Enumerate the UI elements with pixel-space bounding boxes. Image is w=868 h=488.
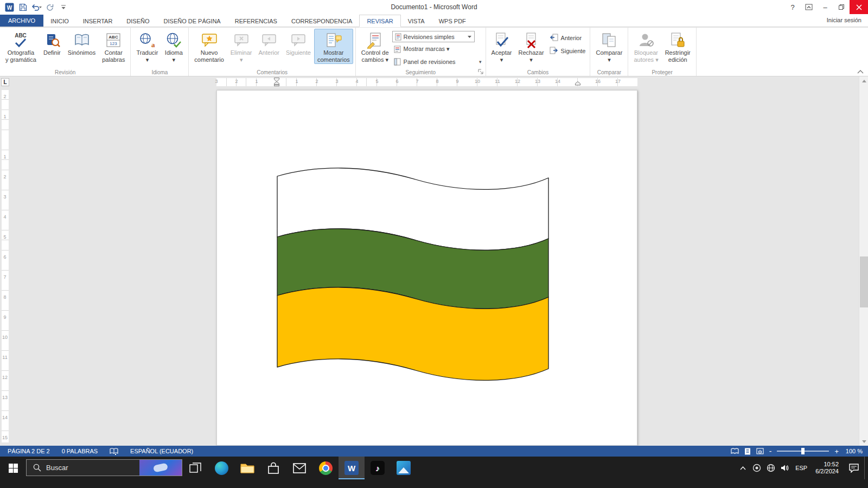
web-layout-button[interactable] <box>756 448 764 454</box>
ruler-number: 5 <box>3 234 6 240</box>
photos-button[interactable] <box>391 457 417 479</box>
show-comments-button[interactable]: Mostrar comentarios <box>314 29 353 64</box>
show-desktop-button[interactable] <box>864 457 867 479</box>
translate-button[interactable]: a Traducir ▾ <box>133 29 161 64</box>
start-button[interactable] <box>0 457 26 479</box>
group-cambios: Aceptar ▾ Rechazar ▾ Anterior Siguiente … <box>486 28 591 76</box>
ribbon-display-options-button[interactable] <box>801 0 817 14</box>
thesaurus-button[interactable]: Sinónimos <box>65 29 99 57</box>
group-label: Proteger <box>628 69 695 75</box>
word-count-indicator[interactable]: 0 PALABRAS <box>62 448 98 454</box>
tray-app-button[interactable] <box>750 457 764 479</box>
zoom-slider-thumb[interactable] <box>801 448 805 454</box>
tab-archivo[interactable]: ARCHIVO <box>0 15 43 27</box>
delete-comment-button[interactable]: Eliminar ▾ <box>227 29 256 64</box>
store-button[interactable] <box>260 457 286 479</box>
scroll-down-button[interactable] <box>859 437 868 446</box>
tiktok-button[interactable]: ♪ <box>365 457 391 479</box>
hidden-icons-button[interactable] <box>736 457 750 479</box>
search-highlight-tile[interactable] <box>139 460 182 476</box>
read-mode-button[interactable] <box>731 448 739 454</box>
left-indent-marker[interactable] <box>274 81 279 86</box>
wave-flag-drawing[interactable] <box>277 165 549 386</box>
next-comment-button[interactable]: Siguiente <box>283 29 314 57</box>
tab-revisar[interactable]: REVISAR <box>359 15 400 27</box>
tab-vista[interactable]: VISTA <box>401 15 432 27</box>
taskbar-clock[interactable]: 10:52 6/2/2024 <box>810 461 844 475</box>
tab-inicio[interactable]: INICIO <box>43 15 76 27</box>
proofing-status-icon[interactable] <box>110 448 118 455</box>
group-label: Comentarios <box>189 69 355 75</box>
previous-change-button[interactable]: Anterior <box>547 32 588 43</box>
new-comment-button[interactable]: Nuevo comentario <box>191 29 227 64</box>
network-button[interactable] <box>764 457 778 479</box>
scrollbar-thumb[interactable] <box>860 256 868 307</box>
redo-button[interactable] <box>44 1 56 13</box>
mail-button[interactable] <box>286 457 312 479</box>
volume-button[interactable] <box>778 457 792 479</box>
tab-wps-pdf[interactable]: WPS PDF <box>432 15 473 27</box>
ruler-number: 9 <box>3 314 6 320</box>
print-layout-button[interactable] <box>744 448 751 455</box>
collapse-ribbon-button[interactable] <box>857 70 864 74</box>
show-markup-button[interactable]: Mostrar marcas ▾ <box>392 43 483 55</box>
zoom-level[interactable]: 100 % <box>844 448 863 454</box>
chrome-button[interactable] <box>312 457 339 479</box>
tab-correspondencia[interactable]: CORRESPONDENCIA <box>284 15 359 27</box>
group-label: Revisión <box>0 69 130 75</box>
block-authors-button[interactable]: Bloquear autores ▾ <box>630 29 661 64</box>
reject-change-button[interactable]: Rechazar ▾ <box>515 29 547 64</box>
button-label: Sinónimos <box>68 49 95 56</box>
undo-button[interactable] <box>30 1 42 13</box>
previous-comment-button[interactable]: Anterior <box>256 29 283 57</box>
ribbon-revisar: ABC Ortografía y gramática Definir Sinón… <box>0 28 868 76</box>
next-change-button[interactable]: Siguiente <box>547 45 588 56</box>
compare-button[interactable]: Comparar ▾ <box>592 29 626 64</box>
edge-browser-button[interactable] <box>208 457 234 479</box>
language-indicator[interactable]: ESPAÑOL (ECUADOR) <box>130 448 193 454</box>
help-button[interactable]: ? <box>784 0 801 14</box>
tab-referencias[interactable]: REFERENCIAS <box>228 15 284 27</box>
taskbar-search-box[interactable]: Buscar <box>26 459 182 476</box>
sign-in-link[interactable]: Iniciar sesión <box>827 17 868 26</box>
minimize-button[interactable]: – <box>817 0 833 14</box>
restrict-editing-button[interactable]: Restringir edición <box>662 29 694 64</box>
zoom-in-button[interactable]: + <box>834 447 839 455</box>
language-button[interactable]: Idioma ▾ <box>161 29 186 64</box>
button-label: Aceptar ▾ <box>492 49 512 63</box>
action-center-button[interactable] <box>844 457 864 479</box>
scroll-up-button[interactable] <box>859 76 868 85</box>
svg-text:123: 123 <box>110 41 118 46</box>
tab-dise-o[interactable]: DISEÑO <box>119 15 156 27</box>
task-view-button[interactable] <box>182 457 208 479</box>
vertical-scrollbar[interactable] <box>859 76 868 446</box>
tab-dise-o-de-p-gina[interactable]: DISEÑO DE PÁGINA <box>157 15 228 27</box>
tab-insertar[interactable]: INSERTAR <box>76 15 120 27</box>
display-for-review-combobox[interactable]: Revisiones simples <box>392 31 475 42</box>
restore-icon <box>838 4 845 10</box>
restore-button[interactable] <box>833 0 850 14</box>
customize-qat-button[interactable] <box>58 1 69 13</box>
ribbon-spacer <box>697 28 868 76</box>
track-changes-button[interactable]: Control de cambios ▾ <box>358 29 392 64</box>
spelling-grammar-button[interactable]: ABC Ortografía y gramática <box>2 29 40 64</box>
show-markup-icon <box>394 46 401 53</box>
accept-change-button[interactable]: Aceptar ▾ <box>488 29 515 64</box>
previous-change-icon <box>550 34 558 42</box>
right-indent-marker[interactable] <box>575 81 580 86</box>
word-taskbar-button[interactable]: W <box>339 457 365 479</box>
close-button[interactable] <box>850 0 868 14</box>
group-comentarios: Nuevo comentario Eliminar ▾ Anterior Sig… <box>189 28 355 76</box>
save-button[interactable] <box>17 1 29 13</box>
ruler-number: 1 <box>3 114 6 119</box>
zoom-slider[interactable] <box>777 451 829 452</box>
page-indicator[interactable]: PÁGINA 2 DE 2 <box>8 448 50 454</box>
document-page[interactable] <box>216 90 637 446</box>
input-language-indicator[interactable]: ESP <box>792 465 810 471</box>
reviewing-pane-button[interactable]: Panel de revisiones ▾ <box>392 56 483 67</box>
zoom-out-button[interactable]: - <box>769 447 772 455</box>
define-button[interactable]: Definir <box>40 29 65 57</box>
next-comment-icon <box>290 31 307 49</box>
word-count-button[interactable]: ABC123 Contar palabras <box>99 29 128 64</box>
file-explorer-button[interactable] <box>234 457 260 479</box>
